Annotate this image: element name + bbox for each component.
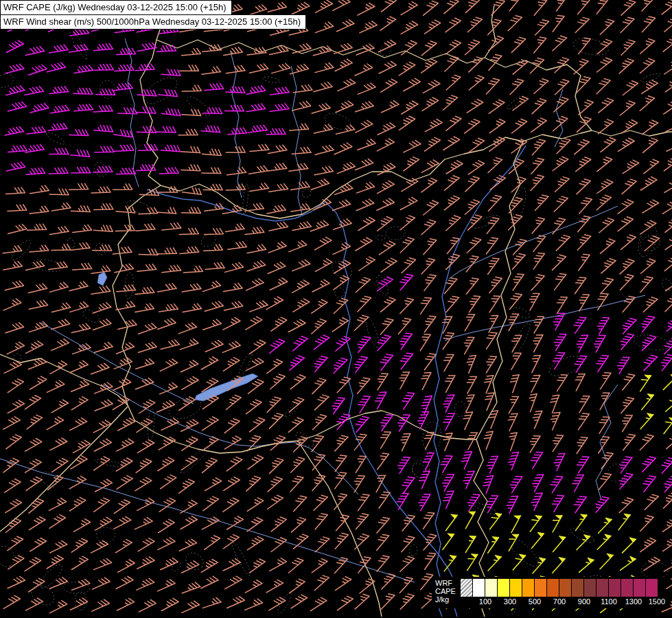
lake — [97, 272, 107, 286]
map-title-shear: WRF Wind shear (m/s) 500/1000hPa Wednesd… — [0, 14, 306, 30]
legend-swatch — [485, 579, 497, 597]
country-border — [523, 130, 672, 141]
legend-tick-label: 1100 — [601, 597, 617, 606]
legend-tick-label: 1500 — [649, 597, 665, 606]
legend-title-units: J/kg — [435, 595, 456, 604]
legend-body: 100300500700900110013001500 — [461, 579, 658, 607]
legend-swatch — [498, 579, 509, 597]
legend-swatch — [547, 579, 559, 597]
legend-swatch — [646, 579, 658, 597]
wrf-weather-map: WRF CAPE (J/kg) Wednesday 03-12-2025 15:… — [0, 0, 672, 618]
river — [596, 385, 618, 500]
lake — [195, 374, 258, 401]
river — [231, 52, 242, 198]
river — [147, 190, 457, 617]
legend-tick-label: 500 — [529, 597, 541, 606]
legend-title-field: CAPE — [435, 587, 456, 595]
cape-color-scale — [461, 579, 658, 597]
legend-swatch — [584, 579, 596, 597]
legend-swatch — [621, 579, 633, 597]
legend-tick-label: 300 — [504, 597, 516, 606]
legend-swatch — [473, 579, 485, 597]
legend-swatch — [609, 579, 621, 597]
legend-swatch — [461, 579, 472, 597]
legend-swatch — [559, 579, 571, 597]
wind-barbs-strong — [5, 20, 672, 514]
legend-swatch — [510, 579, 522, 597]
legend-swatch — [634, 579, 645, 597]
wind-barbs — [3, 0, 672, 613]
legend-swatch — [572, 579, 583, 597]
country-border — [113, 185, 161, 420]
cape-legend: WRF CAPE J/kg 10030050070090011001300150… — [432, 577, 661, 608]
river — [291, 66, 302, 214]
legend-swatch — [535, 579, 546, 597]
cape-scale-labels: 100300500700900110013001500 — [461, 597, 658, 607]
legend-tick-label: 100 — [479, 597, 491, 606]
legend-tick-label: 900 — [578, 597, 590, 606]
legend-tick-label: 1300 — [625, 597, 642, 606]
map-header: WRF CAPE (J/kg) Wednesday 03-12-2025 15:… — [0, 0, 306, 30]
map-title-cape: WRF CAPE (J/kg) Wednesday 03-12-2025 15:… — [0, 0, 232, 15]
legend-swatch — [522, 579, 534, 597]
country-border — [298, 441, 382, 617]
legend-title: WRF CAPE J/kg — [435, 579, 456, 604]
river — [449, 206, 618, 279]
river — [41, 323, 194, 404]
map-canvas — [0, 0, 672, 618]
legend-title-model: WRF — [435, 579, 456, 587]
legend-swatch — [596, 579, 608, 597]
country-border — [474, 141, 523, 617]
legend-tick-label: 700 — [553, 597, 566, 606]
